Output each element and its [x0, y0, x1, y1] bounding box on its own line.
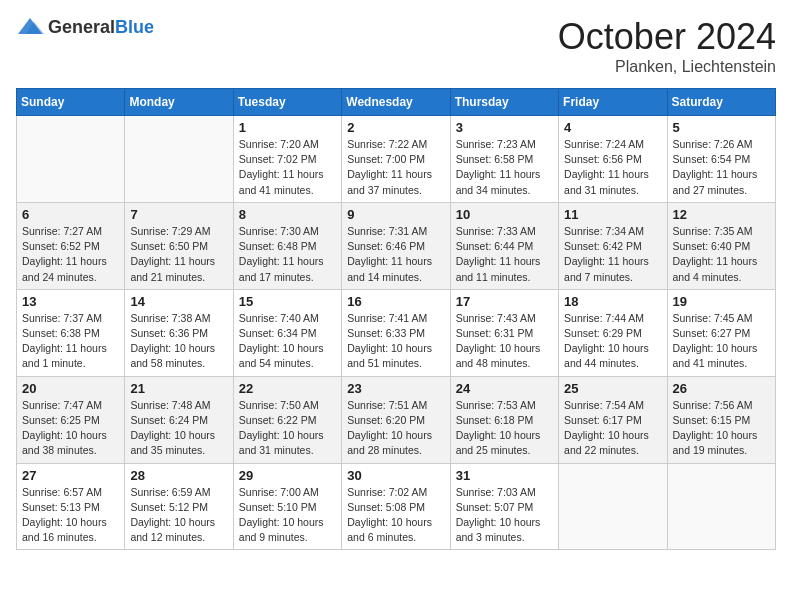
day-number: 9 — [347, 207, 444, 222]
day-number: 27 — [22, 468, 119, 483]
table-row: 8Sunrise: 7:30 AMSunset: 6:48 PMDaylight… — [233, 202, 341, 289]
day-info: Sunrise: 7:40 AMSunset: 6:34 PMDaylight:… — [239, 311, 336, 372]
table-row — [17, 116, 125, 203]
day-number: 18 — [564, 294, 661, 309]
table-row: 14Sunrise: 7:38 AMSunset: 6:36 PMDayligh… — [125, 289, 233, 376]
table-row — [667, 463, 775, 550]
day-number: 28 — [130, 468, 227, 483]
day-info: Sunrise: 6:59 AMSunset: 5:12 PMDaylight:… — [130, 485, 227, 546]
day-number: 1 — [239, 120, 336, 135]
day-number: 4 — [564, 120, 661, 135]
day-info: Sunrise: 7:47 AMSunset: 6:25 PMDaylight:… — [22, 398, 119, 459]
table-row: 3Sunrise: 7:23 AMSunset: 6:58 PMDaylight… — [450, 116, 558, 203]
table-row: 10Sunrise: 7:33 AMSunset: 6:44 PMDayligh… — [450, 202, 558, 289]
day-info: Sunrise: 7:24 AMSunset: 6:56 PMDaylight:… — [564, 137, 661, 198]
day-info: Sunrise: 7:29 AMSunset: 6:50 PMDaylight:… — [130, 224, 227, 285]
logo-text: GeneralBlue — [48, 17, 154, 38]
day-info: Sunrise: 7:38 AMSunset: 6:36 PMDaylight:… — [130, 311, 227, 372]
day-info: Sunrise: 7:33 AMSunset: 6:44 PMDaylight:… — [456, 224, 553, 285]
day-info: Sunrise: 7:22 AMSunset: 7:00 PMDaylight:… — [347, 137, 444, 198]
day-number: 3 — [456, 120, 553, 135]
day-number: 2 — [347, 120, 444, 135]
day-number: 12 — [673, 207, 770, 222]
day-info: Sunrise: 7:45 AMSunset: 6:27 PMDaylight:… — [673, 311, 770, 372]
day-number: 11 — [564, 207, 661, 222]
day-info: Sunrise: 7:03 AMSunset: 5:07 PMDaylight:… — [456, 485, 553, 546]
day-number: 10 — [456, 207, 553, 222]
table-row: 5Sunrise: 7:26 AMSunset: 6:54 PMDaylight… — [667, 116, 775, 203]
location-title: Planken, Liechtenstein — [558, 58, 776, 76]
day-info: Sunrise: 6:57 AMSunset: 5:13 PMDaylight:… — [22, 485, 119, 546]
table-row — [125, 116, 233, 203]
day-info: Sunrise: 7:26 AMSunset: 6:54 PMDaylight:… — [673, 137, 770, 198]
col-saturday: Saturday — [667, 89, 775, 116]
day-info: Sunrise: 7:53 AMSunset: 6:18 PMDaylight:… — [456, 398, 553, 459]
day-number: 29 — [239, 468, 336, 483]
col-tuesday: Tuesday — [233, 89, 341, 116]
table-row: 30Sunrise: 7:02 AMSunset: 5:08 PMDayligh… — [342, 463, 450, 550]
day-number: 6 — [22, 207, 119, 222]
calendar-header-row: Sunday Monday Tuesday Wednesday Thursday… — [17, 89, 776, 116]
table-row: 11Sunrise: 7:34 AMSunset: 6:42 PMDayligh… — [559, 202, 667, 289]
table-row: 23Sunrise: 7:51 AMSunset: 6:20 PMDayligh… — [342, 376, 450, 463]
title-block: October 2024 Planken, Liechtenstein — [558, 16, 776, 76]
col-monday: Monday — [125, 89, 233, 116]
table-row: 16Sunrise: 7:41 AMSunset: 6:33 PMDayligh… — [342, 289, 450, 376]
table-row: 13Sunrise: 7:37 AMSunset: 6:38 PMDayligh… — [17, 289, 125, 376]
calendar-week-row: 6Sunrise: 7:27 AMSunset: 6:52 PMDaylight… — [17, 202, 776, 289]
table-row: 9Sunrise: 7:31 AMSunset: 6:46 PMDaylight… — [342, 202, 450, 289]
calendar-week-row: 27Sunrise: 6:57 AMSunset: 5:13 PMDayligh… — [17, 463, 776, 550]
day-info: Sunrise: 7:23 AMSunset: 6:58 PMDaylight:… — [456, 137, 553, 198]
table-row: 26Sunrise: 7:56 AMSunset: 6:15 PMDayligh… — [667, 376, 775, 463]
table-row: 4Sunrise: 7:24 AMSunset: 6:56 PMDaylight… — [559, 116, 667, 203]
day-info: Sunrise: 7:51 AMSunset: 6:20 PMDaylight:… — [347, 398, 444, 459]
day-number: 15 — [239, 294, 336, 309]
table-row: 12Sunrise: 7:35 AMSunset: 6:40 PMDayligh… — [667, 202, 775, 289]
day-number: 19 — [673, 294, 770, 309]
logo-icon — [16, 16, 44, 38]
day-info: Sunrise: 7:56 AMSunset: 6:15 PMDaylight:… — [673, 398, 770, 459]
table-row: 21Sunrise: 7:48 AMSunset: 6:24 PMDayligh… — [125, 376, 233, 463]
day-info: Sunrise: 7:20 AMSunset: 7:02 PMDaylight:… — [239, 137, 336, 198]
table-row: 24Sunrise: 7:53 AMSunset: 6:18 PMDayligh… — [450, 376, 558, 463]
day-number: 7 — [130, 207, 227, 222]
page-header: GeneralBlue October 2024 Planken, Liecht… — [16, 16, 776, 76]
day-info: Sunrise: 7:48 AMSunset: 6:24 PMDaylight:… — [130, 398, 227, 459]
calendar-week-row: 20Sunrise: 7:47 AMSunset: 6:25 PMDayligh… — [17, 376, 776, 463]
calendar-week-row: 1Sunrise: 7:20 AMSunset: 7:02 PMDaylight… — [17, 116, 776, 203]
table-row: 31Sunrise: 7:03 AMSunset: 5:07 PMDayligh… — [450, 463, 558, 550]
table-row: 17Sunrise: 7:43 AMSunset: 6:31 PMDayligh… — [450, 289, 558, 376]
day-info: Sunrise: 7:54 AMSunset: 6:17 PMDaylight:… — [564, 398, 661, 459]
day-info: Sunrise: 7:41 AMSunset: 6:33 PMDaylight:… — [347, 311, 444, 372]
day-info: Sunrise: 7:34 AMSunset: 6:42 PMDaylight:… — [564, 224, 661, 285]
day-number: 8 — [239, 207, 336, 222]
day-number: 26 — [673, 381, 770, 396]
day-number: 25 — [564, 381, 661, 396]
day-number: 14 — [130, 294, 227, 309]
table-row: 1Sunrise: 7:20 AMSunset: 7:02 PMDaylight… — [233, 116, 341, 203]
day-number: 24 — [456, 381, 553, 396]
day-info: Sunrise: 7:00 AMSunset: 5:10 PMDaylight:… — [239, 485, 336, 546]
day-info: Sunrise: 7:31 AMSunset: 6:46 PMDaylight:… — [347, 224, 444, 285]
day-number: 21 — [130, 381, 227, 396]
table-row: 19Sunrise: 7:45 AMSunset: 6:27 PMDayligh… — [667, 289, 775, 376]
day-number: 22 — [239, 381, 336, 396]
day-number: 5 — [673, 120, 770, 135]
col-friday: Friday — [559, 89, 667, 116]
day-info: Sunrise: 7:30 AMSunset: 6:48 PMDaylight:… — [239, 224, 336, 285]
table-row: 27Sunrise: 6:57 AMSunset: 5:13 PMDayligh… — [17, 463, 125, 550]
day-number: 13 — [22, 294, 119, 309]
col-sunday: Sunday — [17, 89, 125, 116]
day-number: 16 — [347, 294, 444, 309]
col-thursday: Thursday — [450, 89, 558, 116]
day-number: 20 — [22, 381, 119, 396]
day-info: Sunrise: 7:37 AMSunset: 6:38 PMDaylight:… — [22, 311, 119, 372]
day-number: 30 — [347, 468, 444, 483]
table-row: 22Sunrise: 7:50 AMSunset: 6:22 PMDayligh… — [233, 376, 341, 463]
day-info: Sunrise: 7:35 AMSunset: 6:40 PMDaylight:… — [673, 224, 770, 285]
day-number: 17 — [456, 294, 553, 309]
table-row — [559, 463, 667, 550]
month-title: October 2024 — [558, 16, 776, 58]
calendar-table: Sunday Monday Tuesday Wednesday Thursday… — [16, 88, 776, 550]
table-row: 2Sunrise: 7:22 AMSunset: 7:00 PMDaylight… — [342, 116, 450, 203]
